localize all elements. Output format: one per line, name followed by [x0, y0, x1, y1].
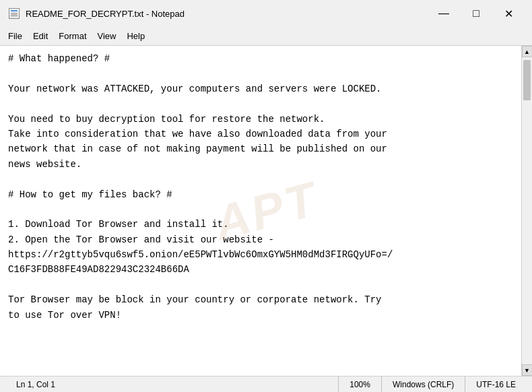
close-button[interactable]: ✕	[493, 3, 524, 24]
menu-file[interactable]: File	[3, 29, 28, 43]
status-position: Ln 1, Col 1	[5, 377, 339, 392]
window-title: README_FOR_DECRYPT.txt - Notepad	[26, 9, 428, 19]
text-editor[interactable]: # What happened? # Your network was ATTA…	[0, 46, 521, 376]
status-lineending: Windows (CRLF)	[382, 377, 465, 392]
editor-wrapper: # What happened? # Your network was ATTA…	[0, 46, 532, 376]
menu-bar: File Edit Format View Help	[0, 27, 532, 46]
zoom-level: 100%	[350, 380, 370, 389]
menu-format[interactable]: Format	[53, 29, 92, 43]
encoding: UTF-16 LE	[476, 380, 516, 389]
title-bar: README_FOR_DECRYPT.txt - Notepad — □ ✕	[0, 0, 532, 27]
menu-help[interactable]: Help	[121, 29, 150, 43]
scroll-up-button[interactable]: ▲	[522, 46, 533, 57]
maximize-button[interactable]: □	[461, 3, 492, 24]
scrollbar[interactable]: ▲ ▼	[521, 46, 532, 376]
minimize-button[interactable]: —	[428, 3, 459, 24]
status-encoding: UTF-16 LE	[465, 377, 527, 392]
app-icon	[8, 7, 20, 20]
scroll-track[interactable]	[522, 57, 532, 364]
menu-view[interactable]: View	[92, 29, 122, 43]
status-zoom: 100%	[339, 377, 382, 392]
status-bar: Ln 1, Col 1 100% Windows (CRLF) UTF-16 L…	[0, 376, 532, 392]
cursor-position: Ln 1, Col 1	[16, 380, 55, 389]
scroll-thumb[interactable]	[523, 60, 531, 100]
menu-edit[interactable]: Edit	[28, 29, 53, 43]
window-controls: — □ ✕	[428, 3, 524, 24]
line-ending: Windows (CRLF)	[393, 380, 454, 389]
scroll-down-button[interactable]: ▼	[522, 364, 533, 376]
